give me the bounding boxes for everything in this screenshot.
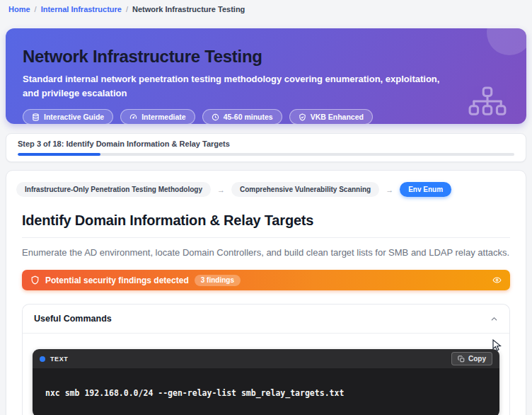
badge-label: Interactive Guide [44, 113, 104, 121]
language-dot-icon [40, 356, 45, 362]
shield-icon [30, 275, 40, 285]
useful-commands-card: Useful Commands TEXT Copy [22, 304, 510, 415]
path-pill-vulnerability-scanning[interactable]: Comprehensive Vulnerability Scanning [231, 182, 379, 197]
useful-commands-header[interactable]: Useful Commands [23, 305, 509, 334]
badge-label: VKB Enhanced [311, 113, 364, 121]
path-pill-methodology[interactable]: Infrastructure-Only Penetration Testing … [16, 182, 211, 197]
shield-check-icon [299, 113, 306, 121]
badge-label: 45-60 minutes [224, 113, 273, 121]
breadcrumb: Home / Internal Infrastructure / Network… [0, 0, 532, 13]
hero-card: Network Infrastructure Testing Standard … [6, 28, 526, 124]
breadcrumb-separator: / [126, 5, 128, 13]
useful-commands-body: TEXT Copy nxc smb 192.168.0.0/24 --gen-r… [23, 334, 509, 415]
progress-bar-track [18, 153, 514, 156]
page-title: Identify Domain Information & Relay Targ… [16, 212, 516, 229]
security-findings-banner[interactable]: Potential security findings detected 3 f… [22, 270, 510, 290]
gauge-icon [129, 113, 137, 121]
breadcrumb-internal-infrastructure[interactable]: Internal Infrastructure [41, 5, 122, 13]
arrow-right-icon: → [217, 186, 225, 194]
progress-bar-fill [18, 153, 100, 156]
hero-title: Network Infrastructure Testing [23, 47, 507, 67]
path-pill-env-enum[interactable]: Env Enum [400, 182, 451, 197]
badge-duration: 45-60 minutes [202, 109, 282, 124]
clock-icon [212, 113, 219, 121]
hero-badge-row: Interactive Guide Intermediate 45-60 min… [23, 109, 507, 124]
step-description: Enumerate the AD environment, locate Dom… [16, 247, 516, 258]
chevron-up-icon[interactable] [490, 315, 498, 323]
findings-text: Potential security findings detected [45, 275, 189, 285]
breadcrumb-current: Network Infrastructure Testing [132, 5, 245, 13]
badge-vkb-enhanced: VKB Enhanced [289, 109, 373, 124]
code-block: TEXT Copy nxc smb 192.168.0.0/24 --gen-r… [33, 349, 499, 415]
useful-commands-title: Useful Commands [34, 314, 112, 324]
title-divider [22, 237, 510, 238]
step-progress-label: Step 3 of 18: Identify Domain Informatio… [18, 140, 514, 148]
command-text: nxc smb 192.168.0.0/24 --gen-relay-list … [45, 388, 344, 398]
main-content-card: Infrastructure-Only Penetration Testing … [6, 170, 526, 415]
badge-interactive-guide: Interactive Guide [23, 109, 113, 124]
breadcrumb-separator: / [35, 5, 37, 13]
database-icon [32, 113, 40, 121]
copy-button[interactable]: Copy [451, 352, 492, 365]
eye-icon[interactable] [492, 275, 502, 285]
copy-icon [458, 356, 465, 363]
findings-count-badge: 3 findings [195, 275, 241, 286]
language-label: TEXT [50, 356, 68, 363]
hero-subtitle: Standard internal network penetration te… [23, 72, 447, 101]
arrow-right-icon: → [386, 186, 393, 194]
network-topology-icon [467, 86, 508, 122]
badge-intermediate: Intermediate [120, 109, 195, 124]
step-progress-card: Step 3 of 18: Identify Domain Informatio… [6, 133, 526, 162]
code-block-body[interactable]: nxc smb 192.168.0.0/24 --gen-relay-list … [33, 368, 499, 415]
code-block-header: TEXT Copy [33, 349, 499, 368]
breadcrumb-home[interactable]: Home [8, 5, 30, 13]
badge-label: Intermediate [141, 113, 185, 121]
methodology-path: Infrastructure-Only Penetration Testing … [16, 182, 516, 197]
copy-label: Copy [468, 355, 486, 363]
